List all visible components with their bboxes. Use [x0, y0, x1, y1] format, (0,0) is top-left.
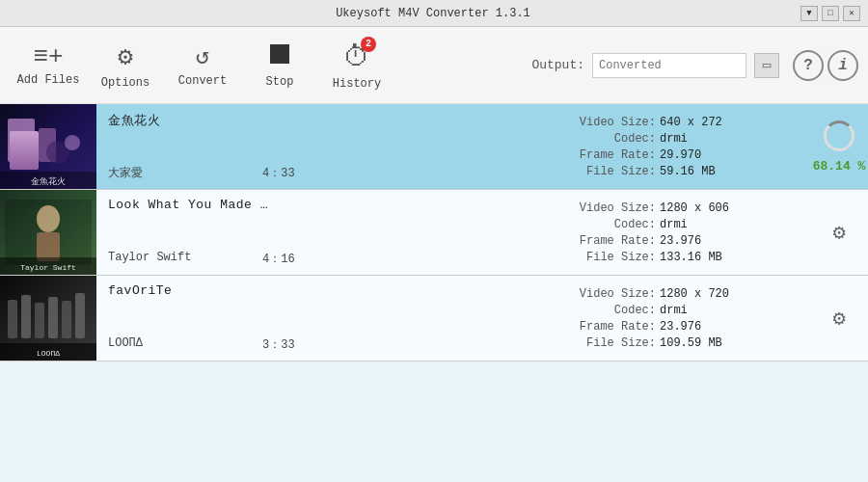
svg-point-4	[65, 135, 80, 150]
file-row[interactable]: 金魚花火 金魚花火 大家愛 4：33 Video Size: 640 x 272…	[0, 104, 868, 190]
frame-rate-label: Frame Rate:	[579, 234, 656, 248]
options-label: Options	[101, 76, 149, 90]
video-size-label: Video Size:	[579, 116, 656, 129]
convert-label: Convert	[178, 74, 227, 88]
meta-frame-rate-row: Frame Rate: 29.970	[579, 148, 791, 162]
file-title: 金魚花火	[108, 112, 548, 129]
options-icon: ⚙	[118, 41, 133, 72]
info-icon: i	[838, 57, 848, 74]
file-artist: Taylor Swift	[108, 251, 224, 267]
add-files-icon: ≡+	[33, 44, 63, 69]
file-meta: Video Size: 1280 x 720 Codec: drmi Frame…	[559, 276, 810, 361]
add-files-button[interactable]: ≡+ Add Files	[10, 32, 87, 99]
options-button[interactable]: ⚙ Options	[87, 32, 164, 99]
file-size-value: 109.59 MB	[660, 336, 722, 350]
meta-codec-row: Codec: drmi	[579, 304, 791, 317]
spinner-icon	[824, 120, 854, 151]
folder-icon: ▭	[763, 57, 771, 73]
file-size-value: 133.16 MB	[660, 251, 722, 264]
minimize-button[interactable]: ▼	[800, 6, 818, 21]
codec-label: Codec:	[579, 218, 656, 231]
file-action: 68.14 %	[810, 104, 868, 189]
meta-video-size-row: Video Size: 1280 x 606	[579, 201, 791, 215]
svg-rect-18	[62, 301, 71, 338]
help-button[interactable]: ?	[793, 50, 824, 81]
svg-rect-19	[75, 293, 85, 338]
file-size-label: File Size:	[579, 251, 656, 264]
file-action[interactable]: ⚙	[810, 190, 868, 275]
svg-rect-1	[8, 119, 35, 162]
frame-rate-label: Frame Rate:	[579, 148, 656, 162]
meta-file-size-row: File Size: 109.59 MB	[579, 336, 791, 350]
file-size-label: File Size:	[579, 165, 656, 178]
svg-rect-10	[37, 232, 60, 261]
window-title: Ukeysoft M4V Converter 1.3.1	[66, 7, 800, 20]
settings-icon[interactable]: ⚙	[832, 306, 845, 332]
meta-file-size-row: File Size: 59.16 MB	[579, 165, 791, 178]
file-list: 金魚花火 金魚花火 大家愛 4：33 Video Size: 640 x 272…	[0, 104, 868, 482]
meta-codec-row: Codec: drmi	[579, 218, 791, 231]
video-size-label: Video Size:	[579, 201, 656, 215]
file-artist: 大家愛	[108, 165, 224, 181]
add-files-label: Add Files	[17, 73, 80, 87]
file-meta: Video Size: 640 x 272 Codec: drmi Frame …	[559, 104, 810, 189]
svg-text:LOOΠΔ: LOOΠΔ	[37, 349, 60, 358]
settings-icon[interactable]: ⚙	[832, 220, 845, 246]
meta-video-size-row: Video Size: 640 x 272	[579, 116, 791, 129]
browse-folder-button[interactable]: ▭	[754, 53, 779, 78]
file-duration: 3：33	[262, 336, 295, 353]
meta-file-size-row: File Size: 133.16 MB	[579, 251, 791, 264]
convert-progress: 68.14 %	[813, 120, 866, 174]
stop-button[interactable]: Stop	[241, 32, 318, 99]
svg-rect-16	[35, 303, 44, 338]
video-size-value: 1280 x 720	[660, 287, 729, 301]
video-size-value: 1280 x 606	[660, 201, 729, 215]
info-button[interactable]: i	[827, 50, 858, 81]
video-size-label: Video Size:	[579, 287, 656, 301]
frame-rate-value: 29.970	[660, 148, 701, 162]
file-thumbnail: Taylor Swift	[0, 190, 96, 275]
file-title: Look What You Made …	[108, 198, 548, 212]
convert-button[interactable]: ↺ Convert	[164, 32, 241, 99]
codec-label: Codec:	[579, 304, 656, 317]
file-row[interactable]: LOOΠΔ favOriTe LOOΠΔ 3：33 Video Size: 12…	[0, 276, 868, 362]
codec-label: Codec:	[579, 132, 656, 146]
file-duration: 4：33	[262, 165, 295, 181]
title-bar: Ukeysoft M4V Converter 1.3.1 ▼ □ ✕	[0, 0, 868, 27]
history-badge: 2	[361, 37, 376, 52]
svg-point-9	[37, 205, 60, 232]
file-size-label: File Size:	[579, 336, 656, 350]
file-action[interactable]: ⚙	[810, 276, 868, 361]
codec-value: drmi	[660, 218, 688, 231]
maximize-button[interactable]: □	[822, 6, 839, 21]
file-meta: Video Size: 1280 x 606 Codec: drmi Frame…	[559, 190, 810, 275]
video-size-value: 640 x 272	[660, 116, 722, 129]
history-icon-wrap: ⏱ 2	[343, 40, 370, 73]
close-button[interactable]: ✕	[843, 6, 860, 21]
meta-video-size-row: Video Size: 1280 x 720	[579, 287, 791, 301]
file-artist-row: Taylor Swift 4：16	[108, 251, 548, 267]
meta-codec-row: Codec: drmi	[579, 132, 791, 146]
progress-text: 68.14 %	[813, 159, 866, 174]
file-row[interactable]: Taylor Swift Look What You Made … Taylor…	[0, 190, 868, 276]
window-controls[interactable]: ▼ □ ✕	[800, 6, 860, 21]
svg-text:Taylor Swift: Taylor Swift	[20, 263, 76, 272]
history-label: History	[333, 77, 381, 91]
help-icon: ?	[803, 57, 813, 74]
stop-label: Stop	[266, 75, 294, 89]
file-duration: 4：16	[262, 251, 295, 267]
output-input[interactable]	[592, 53, 746, 78]
file-thumbnail: 金魚花火	[0, 104, 96, 189]
svg-rect-14	[8, 300, 17, 338]
convert-icon: ↺	[196, 42, 209, 70]
codec-value: drmi	[660, 132, 688, 146]
file-info: favOriTe LOOΠΔ 3：33	[96, 276, 559, 361]
svg-rect-15	[21, 295, 31, 338]
frame-rate-label: Frame Rate:	[579, 320, 656, 334]
history-button[interactable]: ⏱ 2 History	[318, 32, 395, 99]
meta-frame-rate-row: Frame Rate: 23.976	[579, 234, 791, 248]
file-info: 金魚花火 大家愛 4：33	[96, 104, 559, 189]
frame-rate-value: 23.976	[660, 320, 701, 334]
file-title: favOriTe	[108, 283, 548, 298]
stop-icon	[270, 42, 289, 71]
